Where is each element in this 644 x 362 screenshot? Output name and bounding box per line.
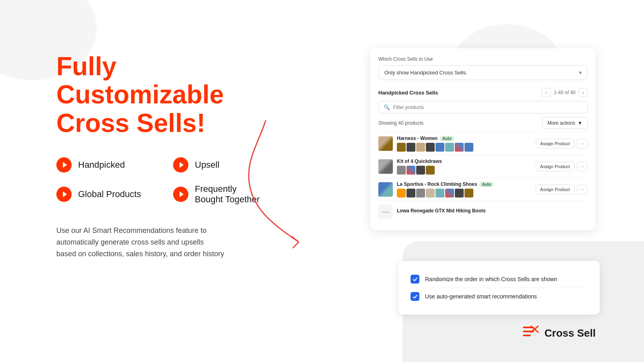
- feature-frequently-bought: FrequentlyBought Together: [173, 184, 266, 205]
- assign-product-button[interactable]: Assign Product: [536, 185, 574, 194]
- cross-sells-select-wrapper[interactable]: Only show Handpicked Cross Sells. ▼: [378, 65, 588, 80]
- features-grid: Handpicked Upsell Global Products: [56, 157, 266, 205]
- product-actions: Assign Product ···: [536, 139, 588, 148]
- assign-product-button[interactable]: Assign Product: [536, 139, 574, 148]
- product-name: La Sportiva - Rock Climbing Shoes: [397, 181, 477, 187]
- svg-marker-2: [63, 191, 67, 197]
- product-images-row: [397, 166, 532, 175]
- product-name-row: Lowa Renegade GTX Mid Hiking Boots: [397, 208, 588, 214]
- product-variant-img: [455, 189, 464, 197]
- checkbox-auto-recommendations[interactable]: [411, 292, 419, 301]
- product-variant-img: [445, 189, 454, 197]
- cross-sells-label: Which Cross Sells to Use: [378, 56, 588, 62]
- product-variant-img: [407, 143, 415, 152]
- product-row: — Lowa Renegade GTX Mid Hiking Boots: [378, 201, 588, 222]
- cross-sells-select[interactable]: Only show Handpicked Cross Sells.: [378, 65, 588, 80]
- frequently-bought-icon: [173, 187, 188, 202]
- product-variant-img: [397, 166, 406, 175]
- product-actions: Assign Product ···: [536, 162, 588, 171]
- product-variant-img: [445, 143, 454, 152]
- product-more-button[interactable]: ···: [577, 185, 588, 194]
- product-info: Kit of 4 Quickdraws: [397, 158, 532, 175]
- right-panel: Which Cross Sells to Use Only show Handp…: [370, 48, 596, 230]
- product-thumbnail: [378, 159, 393, 174]
- product-images-row: [397, 189, 532, 197]
- product-more-button[interactable]: ···: [577, 162, 588, 171]
- product-row: Kit of 4 Quickdraws Assign Product ···: [378, 155, 588, 178]
- product-info: Lowa Renegade GTX Mid Hiking Boots: [397, 208, 588, 215]
- left-panel: Fully Customizable Cross Sells! Handpick…: [56, 52, 266, 260]
- main-title: Fully Customizable Cross Sells!: [56, 52, 266, 137]
- product-variant-img: [436, 143, 444, 152]
- product-name: Harness - Women: [397, 136, 438, 141]
- logo-icon: [522, 324, 540, 342]
- feature-label-upsell: Upsell: [195, 160, 219, 170]
- pagination-prev-btn[interactable]: ‹: [542, 88, 551, 97]
- handpicked-section-header: Handpicked Cross Sells ‹ 1-40 of 40 ›: [378, 88, 588, 97]
- checkbox-row-auto-recommendations: Use auto-generated smart recommendations: [411, 288, 588, 305]
- feature-upsell: Upsell: [173, 157, 266, 173]
- product-name-row: La Sportiva - Rock Climbing Shoes Auto: [397, 181, 532, 187]
- product-name-row: Harness - Women Auto: [397, 136, 532, 141]
- product-variant-img: [416, 143, 425, 152]
- more-actions-button[interactable]: More actions ▼: [542, 117, 588, 129]
- product-row: Harness - Women Auto Assign Product ···: [378, 132, 588, 155]
- feature-label-handpicked: Handpicked: [78, 160, 125, 170]
- pagination-next-btn[interactable]: ›: [579, 88, 588, 97]
- product-variant-img: [397, 189, 406, 197]
- product-actions: Assign Product ···: [536, 185, 588, 194]
- checkbox-row-randomize: Randomize the order in which Cross Sells…: [411, 271, 588, 288]
- product-variant-img: [397, 143, 406, 152]
- product-dash-icon: —: [378, 204, 393, 219]
- more-actions-label: More actions: [547, 120, 575, 126]
- search-icon: 🔍: [384, 104, 390, 110]
- checkbox-auto-recommendations-label: Use auto-generated smart recommendations: [425, 293, 537, 300]
- product-info: Harness - Women Auto: [397, 136, 532, 152]
- main-card: Which Cross Sells to Use Only show Handp…: [370, 48, 596, 230]
- product-thumbnail: [378, 136, 393, 151]
- search-input[interactable]: [393, 105, 582, 110]
- product-variant-img: [436, 189, 444, 197]
- feature-label-frequently: FrequentlyBought Together: [195, 184, 260, 205]
- svg-marker-1: [180, 162, 184, 168]
- auto-badge: Auto: [440, 136, 454, 141]
- product-thumbnail: [378, 182, 393, 197]
- product-variant-img: [464, 143, 473, 152]
- pagination-info: ‹ 1-40 of 40 ›: [542, 88, 588, 97]
- handpicked-section-title: Handpicked Cross Sells: [378, 90, 438, 96]
- products-count: Showing 40 products: [378, 120, 423, 126]
- product-name: Kit of 4 Quickdraws: [397, 158, 442, 164]
- product-more-button[interactable]: ···: [577, 139, 588, 148]
- product-variant-img: [426, 189, 435, 197]
- product-variant-img: [455, 143, 464, 152]
- search-bar[interactable]: 🔍: [378, 101, 588, 113]
- assign-product-button[interactable]: Assign Product: [536, 162, 574, 171]
- feature-handpicked: Handpicked: [56, 157, 149, 173]
- checkbox-randomize-label: Randomize the order in which Cross Sells…: [425, 276, 557, 282]
- product-images-row: [397, 143, 532, 152]
- svg-marker-3: [180, 191, 184, 197]
- product-name: Lowa Renegade GTX Mid Hiking Boots: [397, 208, 486, 214]
- checkboxes-card: Randomize the order in which Cross Sells…: [398, 261, 600, 315]
- product-variant-img: [464, 189, 473, 197]
- auto-badge: Auto: [479, 182, 493, 187]
- checkbox-randomize[interactable]: [411, 275, 419, 284]
- feature-label-global: Global Products: [78, 189, 141, 200]
- product-variant-img: [416, 189, 425, 197]
- description-text: Use our AI Smart Recommendations feature…: [56, 225, 225, 259]
- product-row: La Sportiva - Rock Climbing Shoes Auto A…: [378, 178, 588, 201]
- pagination-text: 1-40 of 40: [554, 90, 576, 95]
- logo-container: Cross Sell: [522, 324, 596, 342]
- product-variant-img: [426, 143, 435, 152]
- global-products-icon: [56, 187, 72, 202]
- product-name-row: Kit of 4 Quickdraws: [397, 158, 532, 164]
- product-info: La Sportiva - Rock Climbing Shoes Auto: [397, 181, 532, 197]
- product-variant-img: [407, 189, 415, 197]
- svg-marker-0: [63, 162, 67, 168]
- products-toolbar: Showing 40 products More actions ▼: [378, 117, 588, 129]
- more-actions-chevron-icon: ▼: [578, 120, 582, 126]
- handpicked-icon: [56, 157, 72, 173]
- logo-text: Cross Sell: [545, 327, 596, 339]
- product-variant-img: [407, 166, 415, 175]
- upsell-icon: [173, 157, 188, 173]
